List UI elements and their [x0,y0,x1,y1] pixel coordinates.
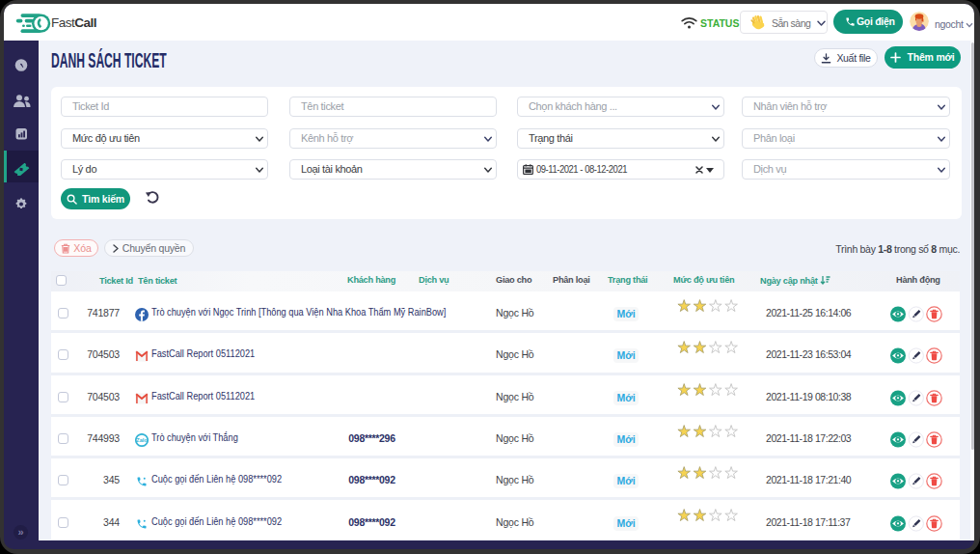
svg-text:Zalo: Zalo [136,437,148,443]
